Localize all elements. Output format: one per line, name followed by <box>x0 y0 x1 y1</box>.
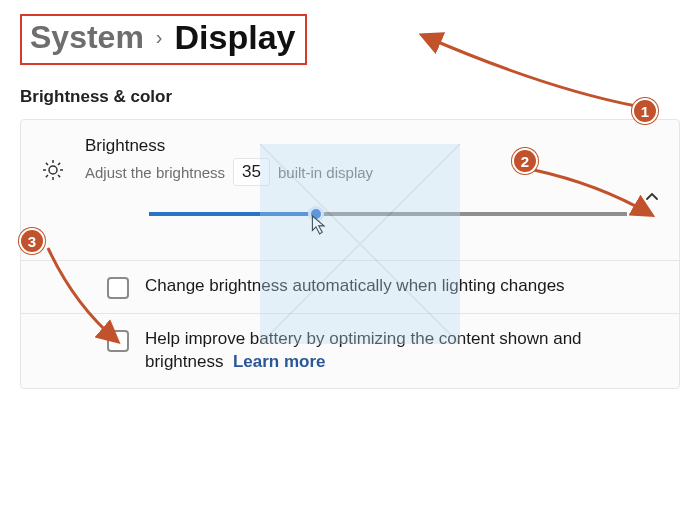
svg-point-3 <box>49 166 57 174</box>
svg-line-11 <box>58 163 60 165</box>
brightness-value-tooltip: 35 <box>233 158 270 186</box>
slider-track <box>149 212 627 216</box>
brightness-subtitle: Adjust the brightness 35 built-in displa… <box>85 158 661 186</box>
auto-brightness-checkbox[interactable] <box>107 277 129 299</box>
cursor-pointer-icon <box>311 214 329 240</box>
brightness-color-panel: Brightness Adjust the brightness 35 buil… <box>20 119 680 389</box>
svg-line-9 <box>58 175 60 177</box>
callout-badge-2: 2 <box>512 148 538 174</box>
brightness-title: Brightness <box>85 136 661 156</box>
callout-badge-3: 3 <box>19 228 45 254</box>
brightness-tile[interactable]: Brightness Adjust the brightness 35 buil… <box>21 120 679 261</box>
learn-more-link[interactable]: Learn more <box>233 352 326 371</box>
breadcrumb-parent[interactable]: System <box>30 19 144 56</box>
breadcrumb: System › Display <box>30 18 295 57</box>
callout-badge-1: 1 <box>632 98 658 124</box>
battery-optimize-row[interactable]: Help improve battery by optimizing the c… <box>21 314 679 388</box>
brightness-sub-suffix: built-in display <box>278 164 373 181</box>
section-heading: Brightness & color <box>20 87 680 107</box>
battery-optimize-checkbox[interactable] <box>107 330 129 352</box>
brightness-slider[interactable] <box>149 208 627 236</box>
svg-line-8 <box>46 163 48 165</box>
auto-brightness-row[interactable]: Change brightness automatically when lig… <box>21 261 679 314</box>
slider-track-fill <box>149 212 316 216</box>
chevron-right-icon: › <box>156 26 163 49</box>
svg-line-10 <box>46 175 48 177</box>
collapse-chevron[interactable] <box>645 190 659 208</box>
brightness-sub-prefix: Adjust the brightness <box>85 164 225 181</box>
battery-optimize-label: Help improve battery by optimizing the c… <box>145 328 657 374</box>
breadcrumb-highlight-box: System › Display <box>20 14 307 65</box>
auto-brightness-label: Change brightness automatically when lig… <box>145 275 565 298</box>
chevron-up-icon <box>645 190 659 207</box>
sun-icon <box>41 158 65 186</box>
battery-optimize-text: Help improve battery by optimizing the c… <box>145 329 582 371</box>
breadcrumb-current: Display <box>175 18 296 57</box>
